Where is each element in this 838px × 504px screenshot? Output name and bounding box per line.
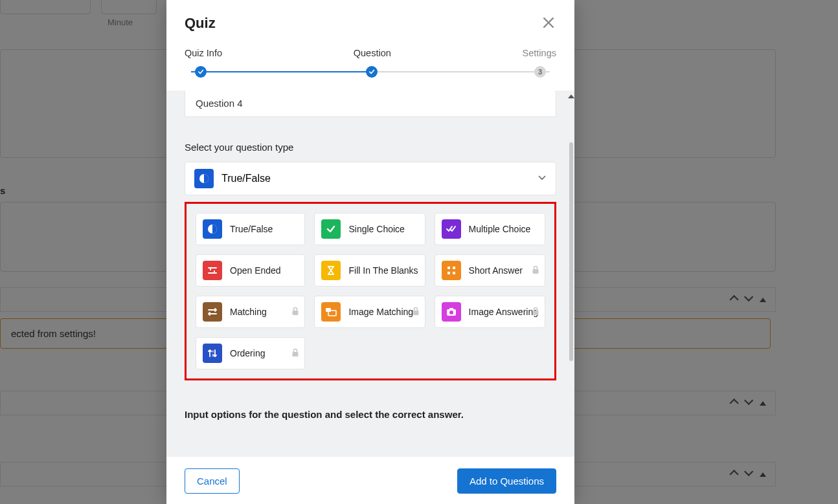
type-label: Short Answer xyxy=(469,265,538,276)
type-label: True/False xyxy=(230,224,298,234)
question-type-select[interactable]: True/False xyxy=(185,162,556,195)
modal-footer: Cancel Add to Questions xyxy=(166,457,574,504)
types-highlight-frame: True/False Single Choice Multiple Choice xyxy=(185,202,556,380)
cancel-button[interactable]: Cancel xyxy=(185,468,240,494)
double-check-icon xyxy=(442,219,461,239)
type-label: Single Choice xyxy=(348,224,418,234)
ordering-icon: AZ xyxy=(203,344,222,363)
stepper: Quiz Info Question Settings 3 xyxy=(166,36,574,91)
image-matching-icon xyxy=(321,302,341,322)
type-open-ended[interactable]: Open Ended xyxy=(196,254,305,287)
question-type-grid: True/False Single Choice Multiple Choice xyxy=(196,213,545,369)
true-false-icon xyxy=(203,219,222,239)
type-image-answering[interactable]: Image Answering xyxy=(435,296,545,328)
svg-rect-13 xyxy=(293,352,299,356)
quiz-modal: Quiz Quiz Info Question Settings 3 Quest… xyxy=(166,0,574,504)
type-label: Fill In The Blanks xyxy=(348,265,418,276)
type-label: Matching xyxy=(230,307,298,317)
modal-header: Quiz xyxy=(166,0,574,36)
step-dot-question[interactable] xyxy=(366,66,378,78)
check-icon xyxy=(321,219,341,239)
question-number-field[interactable]: Question 4 xyxy=(185,91,556,117)
type-matching[interactable]: Matching xyxy=(196,296,305,328)
modal-body: Question 4 Select your question type Tru… xyxy=(166,91,574,457)
type-label: Image Matching xyxy=(348,307,418,317)
step-label-question: Question xyxy=(354,48,391,58)
type-label: Image Answering xyxy=(469,307,538,317)
step-dot-settings[interactable]: 3 xyxy=(534,66,546,78)
scroll-up-arrow xyxy=(568,94,574,98)
lock-icon xyxy=(291,307,299,318)
lock-icon xyxy=(532,307,539,318)
type-single-choice[interactable]: Single Choice xyxy=(314,213,425,245)
lock-icon xyxy=(412,307,420,318)
open-ended-icon xyxy=(203,261,222,280)
type-true-false[interactable]: True/False xyxy=(196,213,305,245)
select-type-label: Select your question type xyxy=(185,142,556,153)
matching-icon xyxy=(203,302,222,322)
svg-point-8 xyxy=(449,311,453,314)
lock-icon xyxy=(291,348,299,359)
step-dot-quiz-info[interactable] xyxy=(195,66,207,78)
svg-text:Z: Z xyxy=(212,353,214,357)
chevron-down-icon xyxy=(538,173,547,184)
step-label-quiz-info: Quiz Info xyxy=(185,48,222,58)
svg-rect-2 xyxy=(533,269,539,274)
selected-type-label: True/False xyxy=(221,173,271,184)
svg-rect-6 xyxy=(413,311,418,315)
svg-rect-3 xyxy=(293,311,299,315)
scrollbar-thumb[interactable] xyxy=(569,142,573,361)
camera-icon xyxy=(442,302,461,322)
type-ordering[interactable]: AZ Ordering xyxy=(196,337,305,369)
type-multiple-choice[interactable]: Multiple Choice xyxy=(435,213,545,245)
svg-rect-9 xyxy=(449,308,453,310)
hourglass-icon xyxy=(321,261,341,280)
type-short-answer[interactable]: Short Answer xyxy=(435,254,545,287)
svg-rect-10 xyxy=(533,311,539,315)
type-label: Ordering xyxy=(230,348,298,358)
type-image-matching[interactable]: Image Matching xyxy=(314,296,425,328)
step-label-settings: Settings xyxy=(523,48,556,58)
type-label: Multiple Choice xyxy=(469,224,538,234)
modal-title: Quiz xyxy=(185,15,216,32)
options-hint: Input options for the question and selec… xyxy=(185,409,556,420)
type-label: Open Ended xyxy=(230,265,298,276)
close-button[interactable] xyxy=(541,14,556,32)
short-answer-icon xyxy=(442,261,461,280)
lock-icon xyxy=(532,265,539,276)
add-to-questions-button[interactable]: Add to Questions xyxy=(457,468,556,494)
true-false-icon xyxy=(194,169,214,188)
type-fill-blanks[interactable]: Fill In The Blanks xyxy=(314,254,425,287)
